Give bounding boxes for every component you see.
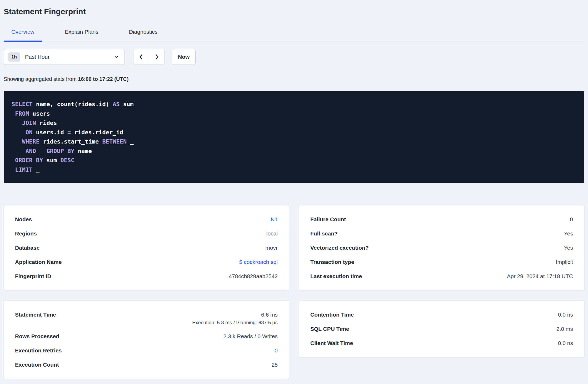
chevron-down-icon xyxy=(113,54,119,60)
sql-text: users xyxy=(29,110,50,117)
stat-value: local xyxy=(266,230,278,237)
aggregated-stats-range: 16:00 to 17:22 (UTC) xyxy=(78,76,128,82)
aggregated-stats-prefix: Showing aggregated stats from xyxy=(4,76,78,82)
stat-row-vectorized-execution: Vectorized execution?Yes xyxy=(310,241,573,255)
sql-text: _ xyxy=(32,166,39,173)
sql-line: LIMIT _ xyxy=(12,165,576,175)
sql-text: rides xyxy=(36,120,57,126)
sql-keyword: GROUP BY xyxy=(46,148,74,154)
time-range-label: Past Hour xyxy=(25,54,49,60)
sql-keyword: ORDER BY xyxy=(15,157,43,164)
stat-label: Execution Count xyxy=(15,361,59,368)
next-time-button[interactable] xyxy=(149,49,165,65)
stat-value: Implicit xyxy=(556,258,573,266)
sql-text: _ xyxy=(36,148,47,154)
stat-row-regions: Regionslocal xyxy=(15,227,278,241)
stat-value: Apr 29, 2024 at 17:18 UTC xyxy=(507,273,573,280)
card-statement-times: Statement Time6.6 msExecution: 5.8 ms / … xyxy=(4,301,289,379)
sql-text xyxy=(12,129,26,136)
sql-text: _ xyxy=(127,138,134,145)
sql-keyword: AS xyxy=(113,101,120,107)
sql-line: AND _ GROUP BY name xyxy=(12,146,576,156)
tab-overview[interactable]: Overview xyxy=(4,28,42,41)
stat-label: Database xyxy=(15,244,39,252)
tab-explain-plans[interactable]: Explain Plans xyxy=(57,28,106,41)
sql-text: name xyxy=(74,148,92,154)
sql-line: ON users.id = rides.rider_id xyxy=(12,128,576,137)
stat-value: 0.0 ns xyxy=(558,311,573,318)
now-button[interactable]: Now xyxy=(172,49,196,65)
sql-text xyxy=(12,110,15,117)
stat-label: Nodes xyxy=(15,216,32,223)
stat-row-statement-time: Statement Time6.6 msExecution: 5.8 ms / … xyxy=(15,308,278,329)
stat-row-database: Databasemovr xyxy=(15,241,278,255)
stat-label: Rows Processed xyxy=(15,333,59,340)
sql-keyword: FROM xyxy=(15,110,29,117)
stat-row-failure-count: Failure Count0 xyxy=(310,212,573,227)
aggregated-stats-text: Showing aggregated stats from 16:00 to 1… xyxy=(4,76,584,82)
stat-value: Yes xyxy=(564,244,573,252)
nodes-link[interactable]: N1 xyxy=(271,216,278,223)
sql-text: users.id = rides.rider_id xyxy=(32,129,123,136)
sql-text: sum xyxy=(43,157,60,164)
chevron-left-icon xyxy=(138,53,144,60)
sql-text: sum xyxy=(120,101,134,107)
application-name-link[interactable]: $ cockroach sql xyxy=(239,258,278,266)
stat-value: movr xyxy=(265,244,278,252)
sql-keyword: LIMIT xyxy=(15,166,32,173)
sql-text xyxy=(12,148,26,154)
sql-keyword: AND xyxy=(26,148,36,154)
stat-row-last-execution-time: Last execution timeApr 29, 2024 at 17:18… xyxy=(310,269,573,283)
stat-row-rows-processed: Rows Processed2.3 k Reads / 0 Writes xyxy=(15,329,278,343)
time-range-dropdown[interactable]: 1h Past Hour xyxy=(4,49,125,65)
page-title: Statement Fingerprint xyxy=(4,7,584,16)
stat-value: Yes xyxy=(564,230,573,237)
stat-label: Client Wait Time xyxy=(310,339,353,347)
sql-line: ORDER BY sum DESC xyxy=(12,156,576,165)
sql-keyword: ON xyxy=(26,129,33,136)
stat-row-full-scan: Full scan?Yes xyxy=(310,227,573,241)
stat-label: Application Name xyxy=(15,258,62,266)
previous-time-button[interactable] xyxy=(133,49,149,65)
sql-keyword: BETWEEN xyxy=(102,138,127,145)
sql-text xyxy=(12,166,15,173)
card-statement-details: NodesN1RegionslocalDatabasemovrApplicati… xyxy=(4,205,289,291)
summary-cards: NodesN1RegionslocalDatabasemovrApplicati… xyxy=(4,205,584,379)
sql-keyword: DESC xyxy=(60,157,74,164)
stat-value: 0 xyxy=(275,347,278,354)
sql-keyword: JOIN xyxy=(22,120,36,126)
stat-value: 6.6 ms xyxy=(192,311,278,318)
sql-keyword: WHERE xyxy=(22,138,39,145)
stat-label: Failure Count xyxy=(310,216,346,223)
tab-diagnostics[interactable]: Diagnostics xyxy=(121,28,165,41)
chevron-right-icon xyxy=(153,53,160,60)
stat-label: Contention Time xyxy=(310,311,354,318)
page: Statement Fingerprint OverviewExplain Pl… xyxy=(0,7,588,379)
sql-text xyxy=(12,120,22,126)
stat-row-contention-time: Contention Time0.0 ns xyxy=(310,308,573,322)
time-controls: 1h Past Hour xyxy=(4,49,584,65)
sql-text xyxy=(12,157,15,164)
sql-keyword: SELECT xyxy=(12,101,32,107)
sql-statement-box: SELECT name, count(rides.id) AS sum FROM… xyxy=(4,91,584,183)
stat-label: Execution Retries xyxy=(15,347,62,354)
stat-value: 2.0 ms xyxy=(556,325,573,333)
stat-label: Fingerprint ID xyxy=(15,273,51,280)
sql-text: name, count(rides.id) xyxy=(32,101,113,107)
stat-label: Statement Time xyxy=(15,311,56,318)
stat-row-execution-retries: Execution Retries0 xyxy=(15,343,278,358)
sql-line: FROM users xyxy=(12,109,576,119)
stat-row-execution-count: Execution Count25 xyxy=(15,358,278,372)
time-step-button-group xyxy=(133,49,165,65)
stat-value: 0 xyxy=(570,216,573,223)
stat-subvalue: Execution: 5.8 ms / Planning: 687.5 µs xyxy=(192,319,278,326)
sql-line: JOIN rides xyxy=(12,118,576,128)
sql-text: rides.start_time xyxy=(39,138,102,145)
sql-text xyxy=(12,138,22,145)
stat-value: 4784cb829aab2542 xyxy=(229,273,278,280)
stat-label: Full scan? xyxy=(310,230,338,237)
stat-row-transaction-type: Transaction typeImplicit xyxy=(310,255,573,269)
stat-label: Vectorized execution? xyxy=(310,244,369,252)
stat-label: Transaction type xyxy=(310,258,354,266)
stat-row-fingerprint-id: Fingerprint ID4784cb829aab2542 xyxy=(15,269,278,283)
